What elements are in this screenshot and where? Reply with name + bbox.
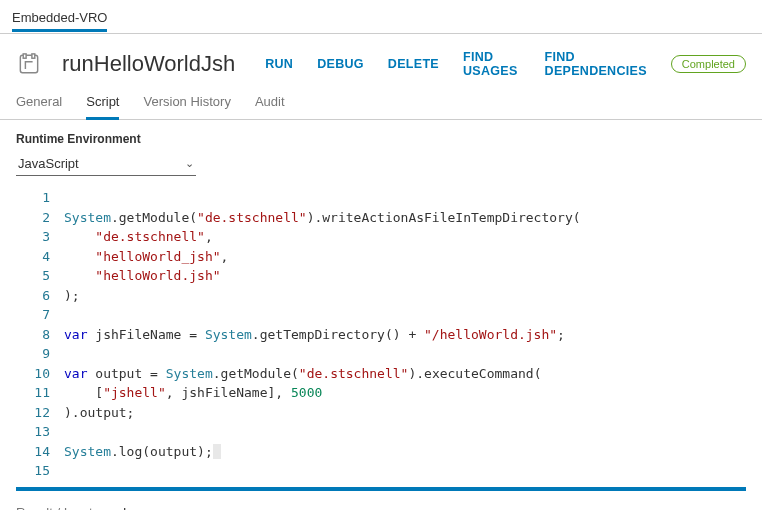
tab-script[interactable]: Script <box>86 88 119 120</box>
page-header: runHelloWorldJsh RUN DEBUG DELETE FIND U… <box>0 34 762 84</box>
line-number: 13 <box>16 422 64 442</box>
output-tabs: Result / Inputs Logs <box>0 491 762 511</box>
runtime-section: Runtime Environment JavaScript ⌄ <box>0 120 762 180</box>
main-tabs: General Script Version History Audit <box>0 84 762 120</box>
run-button[interactable]: RUN <box>265 57 293 71</box>
line-number: 2 <box>16 208 64 228</box>
line-number: 14 <box>16 442 64 462</box>
line-number: 4 <box>16 247 64 267</box>
delete-button[interactable]: DELETE <box>388 57 439 71</box>
line-number: 11 <box>16 383 64 403</box>
tab-logs[interactable]: Logs <box>123 501 151 511</box>
action-icon <box>16 50 42 78</box>
line-number: 3 <box>16 227 64 247</box>
top-tab-bar: Embedded-VRO <box>0 0 762 34</box>
debug-button[interactable]: DEBUG <box>317 57 364 71</box>
svg-rect-2 <box>32 54 35 58</box>
tab-audit[interactable]: Audit <box>255 88 285 120</box>
page-title: runHelloWorldJsh <box>62 51 235 77</box>
line-number: 9 <box>16 344 64 364</box>
find-usages-button[interactable]: FIND USAGES <box>463 50 521 78</box>
svg-rect-1 <box>23 54 26 58</box>
line-number: 6 <box>16 286 64 306</box>
tab-embedded-vro[interactable]: Embedded-VRO <box>12 6 107 32</box>
code-editor[interactable]: 1 2System.getModule("de.stschnell").writ… <box>16 188 746 481</box>
tab-general[interactable]: General <box>16 88 62 120</box>
chevron-down-icon: ⌄ <box>185 157 194 170</box>
line-number: 12 <box>16 403 64 423</box>
line-number: 15 <box>16 461 64 481</box>
find-dependencies-button[interactable]: FIND DEPENDENCIES <box>545 50 647 78</box>
tab-result-inputs[interactable]: Result / Inputs <box>16 501 99 511</box>
line-number: 1 <box>16 188 64 208</box>
status-badge: Completed <box>671 55 746 73</box>
runtime-select[interactable]: JavaScript ⌄ <box>16 152 196 176</box>
line-number: 7 <box>16 305 64 325</box>
line-number: 5 <box>16 266 64 286</box>
runtime-label: Runtime Environment <box>16 132 746 146</box>
tab-version-history[interactable]: Version History <box>143 88 230 120</box>
line-number: 8 <box>16 325 64 345</box>
line-number: 10 <box>16 364 64 384</box>
runtime-value: JavaScript <box>18 156 79 171</box>
